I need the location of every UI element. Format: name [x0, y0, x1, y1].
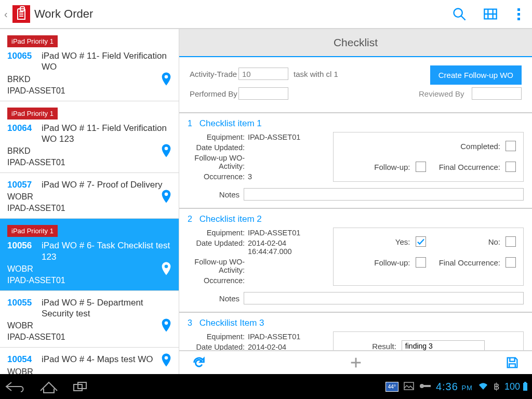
result-input[interactable]	[402, 340, 485, 350]
wo-status: WOBR	[7, 264, 171, 274]
checklist-item-3: 3 Checkilist Item 3 Equipment:IPAD-ASSET…	[179, 312, 532, 350]
priority-badge: iPad Priority 1	[7, 35, 58, 47]
wo-title: iPad WO # 6- Task Checklist test 123	[42, 240, 171, 262]
save-icon[interactable]	[505, 355, 520, 370]
home-nav-icon[interactable]	[37, 379, 60, 394]
wo-asset: IPAD-ASSET01	[7, 332, 171, 342]
checklist-item-2: 2 Checklist item 2 Equipment:IPAD-ASSET0…	[179, 208, 532, 312]
work-order-card[interactable]: iPad Priority 110064iPad WO # 11- Field …	[0, 101, 179, 174]
checklist-panel: Checklist Create Follow-up WO Activity-T…	[179, 29, 532, 374]
work-order-card[interactable]: iPad Priority 110065iPad WO # 11- Field …	[0, 29, 179, 101]
svg-rect-9	[423, 385, 431, 387]
wo-title: iPad WO # 11- Field Verification WO	[42, 50, 171, 73]
location-pin-icon[interactable]	[161, 144, 171, 159]
performed-by-input[interactable]	[238, 87, 288, 100]
app-bar: ‹ Work Order	[0, 0, 532, 29]
activity-trade-label: Activity-Trade	[190, 70, 238, 78]
followup-checkbox[interactable]	[416, 162, 426, 172]
svg-point-0	[454, 9, 462, 17]
activity-trade-input[interactable]	[238, 68, 288, 80]
detail-toolbar	[179, 350, 532, 374]
svg-rect-7	[404, 382, 414, 390]
key-icon	[419, 382, 431, 391]
map-icon[interactable]	[483, 7, 498, 21]
wo-asset: IPAD-ASSET01	[7, 86, 171, 96]
location-pin-icon[interactable]	[161, 262, 171, 277]
notes-input[interactable]	[244, 188, 524, 201]
location-pin-icon[interactable]	[161, 72, 171, 87]
followup-checkbox[interactable]	[416, 257, 426, 268]
wo-title: iPad WO # 5- Department Security test	[42, 297, 171, 320]
gallery-icon	[404, 382, 414, 392]
reviewed-by-label: Reviewed By	[419, 89, 468, 98]
wo-asset: IPAD-ASSET01	[7, 204, 171, 213]
work-order-card[interactable]: iPad Priority 110056iPad WO # 6- Task Ch…	[0, 219, 179, 291]
work-order-card[interactable]: 10057iPad WO # 7- Proof of DeliveryWOBRI…	[0, 173, 179, 219]
priority-badge: iPad Priority 1	[7, 108, 58, 119]
svg-line-1	[461, 16, 466, 20]
work-order-card[interactable]: 10055iPad WO # 5- Department Security te…	[0, 291, 179, 348]
activity-suffix: task with cl 1	[294, 70, 338, 78]
notes-input[interactable]	[244, 292, 524, 304]
clock: 4:36 PM	[436, 381, 473, 393]
location-pin-icon[interactable]	[161, 318, 171, 334]
temperature-badge: 44°	[385, 382, 398, 392]
final-occurrence-checkbox[interactable]	[506, 257, 516, 268]
wo-status: BRKD	[7, 147, 171, 156]
app-icon	[12, 5, 30, 23]
back-nav-icon[interactable]	[4, 379, 27, 394]
add-icon[interactable]	[349, 355, 363, 370]
performed-by-label: Performed By	[190, 89, 238, 98]
overflow-menu-icon[interactable]	[514, 8, 523, 20]
reviewed-by-input[interactable]	[472, 87, 522, 100]
checklist-item-1: 1 Checklist item 1 Equipment:IPAD-ASSET0…	[179, 112, 532, 208]
location-pin-icon[interactable]	[161, 353, 171, 368]
svg-point-8	[420, 384, 424, 388]
location-pin-icon[interactable]	[161, 190, 171, 205]
wo-status: WOBR	[7, 367, 171, 375]
panel-title: Checklist	[179, 29, 532, 57]
wo-status: WOBR	[7, 192, 171, 202]
wo-status: WOBR	[7, 321, 171, 330]
item-title: Checklist item 1	[200, 118, 262, 128]
completed-checkbox[interactable]	[506, 141, 516, 151]
wo-asset: IPAD-ASSET01	[7, 158, 171, 167]
wo-number: 10057	[7, 179, 36, 190]
yes-checkbox[interactable]	[416, 236, 426, 247]
wo-number: 10055	[7, 297, 36, 308]
create-followup-button[interactable]: Create Follow-up WO	[430, 65, 522, 85]
no-checkbox[interactable]	[506, 236, 516, 247]
battery-status: 100	[504, 381, 528, 392]
priority-badge: iPad Priority 1	[7, 225, 58, 237]
back-icon[interactable]: ‹	[4, 9, 10, 19]
item-number: 1	[188, 119, 192, 128]
wo-number: 10064	[7, 123, 36, 134]
bluetooth-icon: ฿	[494, 381, 499, 392]
wifi-icon	[478, 382, 488, 392]
wo-title: iPad WO # 11- Field Verification WO 123	[42, 123, 171, 145]
wo-asset: IPAD-ASSET01	[7, 276, 171, 285]
wo-number: 10056	[7, 240, 36, 251]
recent-nav-icon[interactable]	[71, 379, 94, 394]
wo-title: iPad WO # 7- Proof of Delivery	[42, 179, 171, 190]
wo-title: iPad WO # 4- Maps test WO	[42, 354, 171, 365]
search-icon[interactable]	[452, 7, 467, 21]
wo-number: 10065	[7, 50, 36, 61]
refresh-icon[interactable]	[192, 355, 206, 370]
android-navbar: 44° 4:36 PM ฿ 100	[0, 374, 532, 399]
page-title: Work Order	[34, 7, 452, 21]
work-order-card[interactable]: 10054iPad WO # 4- Maps test WOWOBR	[0, 348, 179, 374]
work-order-list[interactable]: iPad Priority 110065iPad WO # 11- Field …	[0, 29, 179, 374]
svg-rect-10	[523, 383, 527, 391]
wo-number: 10054	[7, 354, 36, 365]
svg-rect-11	[524, 382, 526, 383]
final-occurrence-checkbox[interactable]	[506, 162, 516, 172]
wo-status: BRKD	[7, 75, 171, 84]
